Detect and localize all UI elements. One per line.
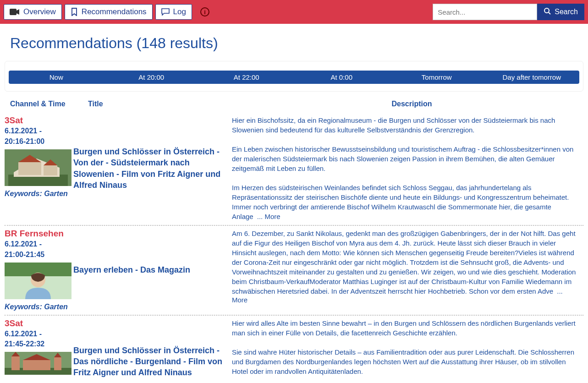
table-header: Channel & Time Title Description	[5, 97, 583, 113]
recommendations-button[interactable]: Recommendations	[65, 4, 153, 20]
col-title: Title	[84, 100, 240, 108]
search-wrap: Search	[433, 4, 584, 20]
program-description: Am 6. Dezember, zu Sankt Nikolaus, geden…	[232, 230, 576, 295]
bookmark-icon	[71, 8, 78, 16]
topbar: Overview Recommendations Log i Search	[0, 0, 588, 24]
col-channel-time: Channel & Time	[10, 100, 84, 108]
program-thumbnail	[5, 149, 71, 186]
broadcast-date: 6.12.2021 -	[5, 329, 73, 339]
page: Recommendations (148 results) NowAt 20:0…	[0, 24, 588, 383]
svg-rect-19	[54, 357, 61, 370]
time-tabs: NowAt 20:00At 22:00At 0:00TomorrowDay af…	[9, 71, 579, 84]
program-title[interactable]: Burgen und Schlösser in Österreich - Das…	[73, 345, 227, 378]
broadcast-date: 6.12.2021 -	[5, 240, 73, 249]
chat-icon	[161, 8, 170, 16]
overview-button[interactable]: Overview	[4, 4, 62, 20]
time-tab[interactable]: At 0:00	[294, 71, 390, 84]
cell-channel-time: BR Fernsehen6.12.2021 -21:00-21:45Keywor…	[5, 229, 73, 311]
program-description: Hier wird alles Alte im besten Sinne bew…	[232, 319, 577, 383]
cell-description: Am 6. Dezember, zu Sankt Nikolaus, geden…	[232, 229, 583, 311]
svg-rect-15	[11, 356, 20, 370]
cell-description: Hier ein Bischofssitz, da ein Regionalmu…	[232, 115, 583, 221]
program-thumbnail	[5, 352, 71, 383]
search-icon	[544, 7, 551, 16]
broadcast-time: 21:45-22:32	[5, 339, 73, 349]
table-row: 3Sat6.12.2021 -20:16-21:00Keywords: Gart…	[5, 113, 583, 226]
table-row: 3Sat6.12.2021 -21:45-22:32Burgen und Sch…	[5, 316, 583, 383]
log-label: Log	[173, 7, 186, 16]
camera-icon	[10, 8, 20, 16]
channel-name: BR Fernsehen	[5, 229, 73, 239]
time-tab[interactable]: Now	[9, 71, 104, 84]
time-tab[interactable]: At 22:00	[199, 71, 294, 84]
program-thumbnail	[5, 263, 71, 299]
keywords: Keywords: Garten	[5, 190, 73, 198]
cell-title: Burgen und Schlösser in Österreich - Das…	[73, 318, 232, 383]
log-button[interactable]: Log	[155, 4, 192, 20]
svg-rect-6	[18, 162, 41, 175]
info-icon[interactable]: i	[200, 7, 209, 16]
overview-label: Overview	[23, 7, 56, 16]
svg-line-2	[549, 12, 550, 14]
cell-channel-time: 3Sat6.12.2021 -21:45-22:32	[5, 318, 73, 383]
channel-name: 3Sat	[5, 115, 73, 126]
table-row: BR Fernsehen6.12.2021 -21:00-21:45Keywor…	[5, 226, 583, 316]
broadcast-time: 20:16-21:00	[5, 137, 73, 147]
svg-rect-8	[44, 165, 57, 175]
col-description: Description	[240, 100, 580, 108]
time-filter-panel: NowAt 20:00At 22:00At 0:00TomorrowDay af…	[5, 61, 583, 92]
program-title[interactable]: Burgen und Schlösser in Österreich - Von…	[73, 146, 227, 191]
svg-rect-17	[23, 360, 50, 370]
time-tab[interactable]: At 20:00	[104, 71, 199, 84]
program-description: Hier ein Bischofssitz, da ein Regionalmu…	[232, 116, 573, 220]
search-button-label: Search	[555, 8, 578, 16]
program-title[interactable]: Bayern erleben - Das Magazin	[73, 264, 190, 275]
search-input[interactable]	[433, 4, 537, 20]
recommendations-label: Recommendations	[82, 7, 147, 16]
time-tab[interactable]: Tomorrow	[389, 71, 484, 84]
broadcast-date: 6.12.2021 -	[5, 126, 73, 136]
channel-name: 3Sat	[5, 318, 73, 328]
cell-title: Burgen und Schlösser in Österreich - Von…	[73, 115, 232, 221]
search-button[interactable]: Search	[537, 4, 584, 20]
cell-title: Bayern erleben - Das Magazin	[73, 229, 232, 311]
more-link[interactable]: ... More	[257, 213, 280, 220]
time-tab[interactable]: Day after tomorrow	[484, 71, 580, 84]
cell-channel-time: 3Sat6.12.2021 -20:16-21:00Keywords: Gart…	[5, 115, 73, 221]
keywords: Keywords: Garten	[5, 303, 73, 311]
rows-container: 3Sat6.12.2021 -20:16-21:00Keywords: Gart…	[5, 113, 583, 383]
svg-point-1	[544, 8, 549, 13]
page-title: Recommendations (148 results)	[5, 32, 583, 59]
svg-rect-0	[10, 9, 16, 15]
broadcast-time: 21:00-21:45	[5, 250, 73, 260]
cell-description: Hier wird alles Alte im besten Sinne bew…	[232, 318, 583, 383]
